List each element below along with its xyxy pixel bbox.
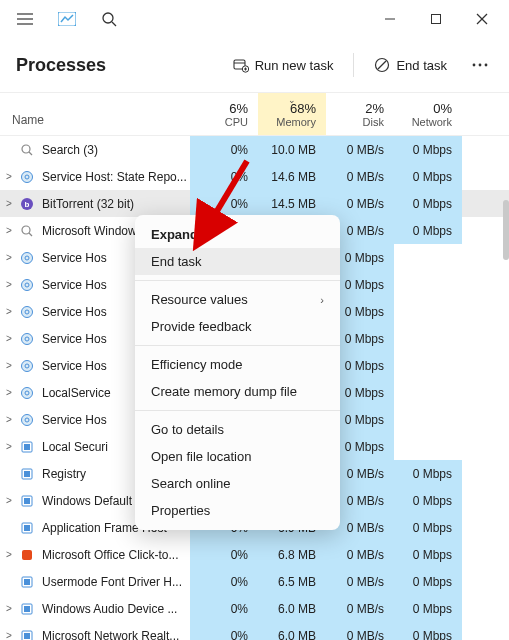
svg-point-18: [479, 64, 482, 67]
cell-disk: 0 MB/s: [326, 190, 394, 217]
cell-disk: 0 MB/s: [326, 622, 394, 640]
run-new-task-button[interactable]: Run new task: [223, 51, 344, 79]
search-button[interactable]: [92, 2, 126, 36]
process-row[interactable]: >Microsoft Network Realt...0%6.0 MB0 MB/…: [0, 622, 509, 640]
maximize-button[interactable]: [413, 2, 459, 36]
cell-cpu: 0%: [190, 541, 258, 568]
cell-disk: 0 MB/s: [326, 163, 394, 190]
col-cpu[interactable]: 6% CPU: [190, 93, 258, 135]
expand-chevron-icon[interactable]: >: [0, 171, 18, 182]
app-icon: [50, 2, 84, 36]
menu-item-label: Search online: [151, 476, 231, 491]
process-icon: [18, 276, 36, 294]
cell-network: 0 Mbps: [394, 136, 462, 163]
menu-item[interactable]: Open file location: [135, 443, 340, 470]
process-icon: [18, 465, 36, 483]
process-icon: [18, 546, 36, 564]
col-memory[interactable]: ⌄ 68% Memory: [258, 93, 326, 135]
process-icon: [18, 222, 36, 240]
process-name: Usermode Font Driver H...: [42, 575, 190, 589]
process-row[interactable]: >Microsoft Office Click-to...0%6.8 MB0 M…: [0, 541, 509, 568]
process-icon: [18, 357, 36, 375]
svg-rect-56: [24, 633, 30, 639]
cell-disk: 0 MB/s: [326, 568, 394, 595]
svg-rect-49: [24, 525, 30, 531]
menu-item[interactable]: End task: [135, 248, 340, 275]
expand-chevron-icon[interactable]: >: [0, 441, 18, 452]
process-row[interactable]: Usermode Font Driver H...0%6.5 MB0 MB/s0…: [0, 568, 509, 595]
cell-network: 0 Mbps: [394, 163, 462, 190]
end-task-icon: [374, 57, 390, 73]
context-menu[interactable]: ExpandEnd taskResource values›Provide fe…: [135, 215, 340, 530]
process-name: Local Securi: [42, 440, 128, 454]
cell-network: 0 Mbps: [394, 541, 462, 568]
hamburger-menu-button[interactable]: [8, 2, 42, 36]
col-name[interactable]: Name: [0, 93, 190, 135]
end-task-button[interactable]: End task: [364, 51, 457, 79]
process-name: Service Hos: [42, 413, 128, 427]
cell-disk: 0 MB/s: [326, 595, 394, 622]
more-options-button[interactable]: [463, 48, 497, 82]
end-task-label: End task: [396, 58, 447, 73]
expand-chevron-icon[interactable]: >: [0, 603, 18, 614]
menu-item[interactable]: Search online: [135, 470, 340, 497]
cell-cpu: 0%: [190, 622, 258, 640]
close-button[interactable]: [459, 2, 505, 36]
svg-point-4: [103, 13, 113, 23]
process-row[interactable]: Search (3)0%10.0 MB0 MB/s0 Mbps: [0, 136, 509, 163]
process-row[interactable]: >Service Host: State Repo...0%14.6 MB0 M…: [0, 163, 509, 190]
minimize-button[interactable]: [367, 2, 413, 36]
svg-point-19: [485, 64, 488, 67]
svg-point-36: [22, 360, 33, 371]
expand-chevron-icon[interactable]: >: [0, 414, 18, 425]
menu-item[interactable]: Expand: [135, 221, 340, 248]
cell-network: 0 Mbps: [394, 595, 462, 622]
expand-chevron-icon[interactable]: >: [0, 495, 18, 506]
process-icon: [18, 573, 36, 591]
page-header: Processes Run new task End task: [0, 38, 509, 92]
process-row[interactable]: >Windows Audio Device ...0%6.0 MB0 MB/s0…: [0, 595, 509, 622]
process-name: Service Hos: [42, 305, 128, 319]
menu-item[interactable]: Properties: [135, 497, 340, 524]
table-header: Name 6% CPU ⌄ 68% Memory 2% Disk 0% Netw…: [0, 92, 509, 136]
cell-memory: 6.5 MB: [258, 568, 326, 595]
expand-chevron-icon[interactable]: >: [0, 387, 18, 398]
expand-chevron-icon[interactable]: >: [0, 630, 18, 640]
process-row[interactable]: >bBitTorrent (32 bit)0%14.5 MB0 MB/s0 Mb…: [0, 190, 509, 217]
cell-network: 0 Mbps: [394, 217, 462, 244]
menu-item-label: Properties: [151, 503, 210, 518]
process-icon: [18, 249, 36, 267]
menu-item[interactable]: Resource values›: [135, 286, 340, 313]
process-icon: [18, 492, 36, 510]
scrollbar-thumb[interactable]: [503, 200, 509, 260]
menu-separator: [135, 345, 340, 346]
process-name: Service Host: State Repo...: [42, 170, 190, 184]
menu-item-label: Resource values: [151, 292, 248, 307]
menu-item-label: Expand: [151, 227, 198, 242]
menu-item[interactable]: Provide feedback: [135, 313, 340, 340]
process-icon: [18, 384, 36, 402]
expand-chevron-icon[interactable]: >: [0, 198, 18, 209]
expand-chevron-icon[interactable]: >: [0, 333, 18, 344]
col-network[interactable]: 0% Network: [394, 93, 462, 135]
svg-rect-45: [24, 471, 30, 477]
process-icon: [18, 519, 36, 537]
menu-separator: [135, 410, 340, 411]
process-name: BitTorrent (32 bit): [42, 197, 190, 211]
col-disk[interactable]: 2% Disk: [326, 93, 394, 135]
expand-chevron-icon[interactable]: >: [0, 306, 18, 317]
expand-chevron-icon[interactable]: >: [0, 549, 18, 560]
menu-item[interactable]: Efficiency mode: [135, 351, 340, 378]
sort-descending-icon: ⌄: [288, 95, 296, 105]
cell-memory: 6.0 MB: [258, 622, 326, 640]
process-name: Service Hos: [42, 332, 128, 346]
process-name: Service Hos: [42, 251, 128, 265]
expand-chevron-icon[interactable]: >: [0, 360, 18, 371]
expand-chevron-icon[interactable]: >: [0, 252, 18, 263]
menu-item[interactable]: Go to details: [135, 416, 340, 443]
chevron-right-icon: ›: [320, 294, 324, 306]
titlebar: [0, 0, 509, 38]
menu-item[interactable]: Create memory dump file: [135, 378, 340, 405]
expand-chevron-icon[interactable]: >: [0, 279, 18, 290]
expand-chevron-icon[interactable]: >: [0, 225, 18, 236]
